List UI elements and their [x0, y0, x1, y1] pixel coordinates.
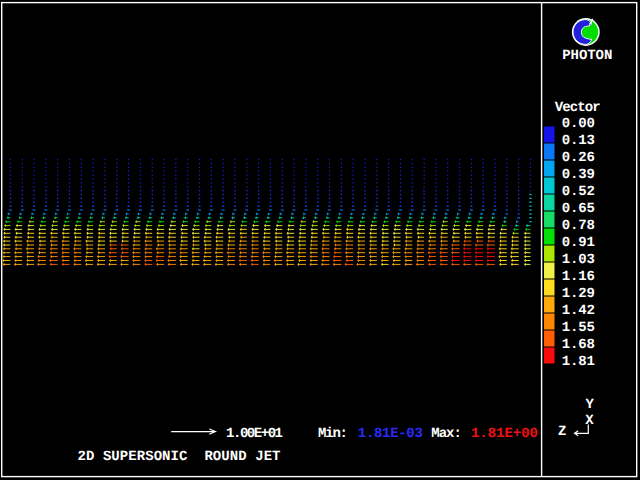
- svg-text:PHOTON: PHOTON: [562, 48, 612, 64]
- svg-text:1.81: 1.81: [562, 354, 595, 370]
- svg-text:Y: Y: [586, 397, 595, 413]
- svg-text:1.81E-03: 1.81E-03: [358, 426, 423, 442]
- svg-text:0.65: 0.65: [562, 201, 595, 217]
- svg-text:Min:: Min:: [318, 426, 348, 442]
- svg-text:1.68: 1.68: [562, 337, 595, 353]
- svg-text:0.78: 0.78: [562, 218, 595, 234]
- svg-text:1.03: 1.03: [562, 252, 595, 268]
- svg-text:2D SUPERSONIC ROUND JET: 2D SUPERSONIC ROUND JET: [78, 449, 281, 465]
- svg-text:1.55: 1.55: [562, 320, 595, 336]
- svg-text:Z: Z: [558, 424, 566, 440]
- svg-text:0.52: 0.52: [562, 184, 595, 200]
- svg-text:1.16: 1.16: [562, 269, 595, 285]
- svg-text:1.81E+00: 1.81E+00: [471, 426, 538, 442]
- svg-text:0.00: 0.00: [562, 116, 595, 132]
- svg-text:0.13: 0.13: [562, 133, 595, 149]
- svg-text:1.42: 1.42: [562, 303, 595, 319]
- svg-text:0.39: 0.39: [562, 167, 595, 183]
- svg-text:0.26: 0.26: [562, 150, 595, 166]
- svg-text:Vector: Vector: [555, 100, 601, 116]
- svg-text:1.29: 1.29: [562, 286, 595, 302]
- svg-text:1.00E+01: 1.00E+01: [226, 426, 283, 442]
- svg-text:0.91: 0.91: [562, 235, 595, 251]
- svg-text:X: X: [585, 413, 594, 429]
- svg-text:Max:: Max:: [431, 426, 462, 442]
